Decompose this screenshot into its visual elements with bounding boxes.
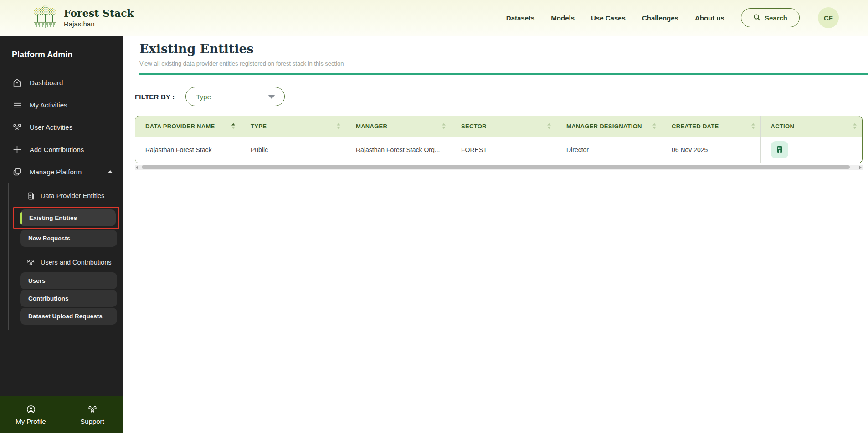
search-icon (753, 14, 760, 22)
brand-title: Forest Stack (64, 8, 134, 19)
cell-sector: FOREST (451, 137, 556, 163)
cell-created-date: 06 Nov 2025 (662, 137, 760, 163)
page-title: Existing Entities (139, 42, 868, 56)
sort-icon[interactable] (231, 123, 235, 129)
nav-item-models[interactable]: Models (551, 14, 575, 22)
sidebar-item-add-contributions[interactable]: Add Contributions (0, 138, 123, 161)
group-header-users-and-contributions[interactable]: Users and Contributions (9, 253, 123, 271)
admin-sidebar: Platform Admin Dashboard My Activities (0, 36, 123, 433)
sidebar-item-label: Manage Platform (30, 168, 82, 176)
dropdown-selected-value: Type (196, 93, 211, 101)
top-nav: Datasets Models Use Cases Challenges Abo… (506, 7, 839, 28)
users-icon (12, 122, 22, 132)
sidebar-footer: My Profile Support (0, 396, 123, 433)
sort-icon[interactable] (442, 123, 446, 129)
column-header-type[interactable]: TYPE (241, 116, 346, 137)
sidebar-item-manage-platform[interactable]: Manage Platform (0, 161, 123, 183)
sidebar-item-my-activities[interactable]: My Activities (0, 94, 123, 116)
main-content: Existing Entities View all existing data… (123, 36, 868, 433)
search-button[interactable]: Search (741, 8, 800, 27)
nav-item-challenges[interactable]: Challenges (642, 14, 678, 22)
page-subtitle: View all existing data provider entities… (139, 60, 868, 67)
column-header-sector[interactable]: SECTOR (451, 116, 556, 137)
menu-icon (12, 100, 22, 110)
sidebar-item-users[interactable]: Users (20, 272, 117, 289)
sidebar-title: Platform Admin (0, 36, 123, 60)
sort-icon[interactable] (547, 123, 551, 129)
sidebar-item-new-requests[interactable]: New Requests (20, 230, 117, 247)
users-icon (26, 258, 35, 267)
column-header-action[interactable]: ACTION (760, 116, 862, 137)
my-profile-button[interactable]: My Profile (0, 404, 62, 425)
user-avatar[interactable]: CF (818, 7, 839, 28)
sidebar-item-label: My Activities (30, 101, 67, 109)
filter-by-label: FILTER BY : (135, 93, 175, 101)
column-header-created-date[interactable]: CREATED DATE (662, 116, 760, 137)
chevron-down-icon (268, 95, 275, 99)
sidebar-item-user-activities[interactable]: User Activities (0, 116, 123, 138)
nav-item-datasets[interactable]: Datasets (506, 14, 535, 22)
sidebar-item-dataset-upload-requests[interactable]: Dataset Upload Requests (20, 308, 117, 325)
sort-icon[interactable] (751, 123, 755, 129)
profile-icon (26, 404, 36, 416)
document-icon (26, 192, 35, 200)
sidebar-item-existing-entities[interactable]: Existing Entities (20, 209, 116, 226)
sidebar-item-dashboard[interactable]: Dashboard (0, 71, 123, 94)
search-button-label: Search (765, 14, 787, 22)
my-profile-label: My Profile (15, 418, 46, 425)
manage-platform-group: Data Provider Entities Existing Entities… (8, 183, 123, 330)
support-icon (87, 404, 98, 416)
building-icon (776, 145, 784, 155)
table-row: Rajasthan Forest Stack Public Rajasthan … (135, 137, 862, 163)
top-header: Forest Stack Rajasthan Datasets Models U… (0, 0, 868, 36)
sort-icon[interactable] (853, 123, 857, 129)
view-entity-button[interactable] (771, 141, 788, 158)
brand[interactable]: Forest Stack Rajasthan (33, 5, 134, 31)
horizontal-scrollbar[interactable] (135, 165, 863, 170)
cell-type: Public (241, 137, 346, 163)
sidebar-item-contributions[interactable]: Contributions (20, 290, 117, 307)
scroll-right-arrow-icon[interactable] (859, 166, 862, 169)
support-label: Support (80, 418, 104, 425)
sort-icon[interactable] (337, 123, 340, 129)
cell-manager-designation: Director (556, 137, 662, 163)
cell-data-provider-name: Rajasthan Forest Stack (135, 137, 241, 163)
support-button[interactable]: Support (62, 404, 123, 425)
nav-item-use-cases[interactable]: Use Cases (591, 14, 626, 22)
sidebar-item-label: Add Contributions (30, 146, 84, 153)
filter-bar: FILTER BY : Type (135, 87, 868, 106)
forest-stack-logo-icon (33, 5, 57, 31)
sidebar-item-label: User Activities (30, 123, 72, 131)
nav-item-about-us[interactable]: About us (695, 14, 724, 22)
group-header-label: Users and Contributions (41, 259, 112, 266)
type-filter-dropdown[interactable]: Type (185, 87, 285, 106)
sort-icon[interactable] (652, 123, 656, 129)
scrollbar-thumb[interactable] (142, 165, 850, 169)
group-header-data-provider-entities[interactable]: Data Provider Entities (9, 187, 123, 205)
column-header-manager-designation[interactable]: MANAGER DESIGNATION (556, 116, 662, 137)
plus-icon (12, 145, 22, 154)
column-header-data-provider-name[interactable]: DATA PROVIDER NAME (135, 116, 241, 137)
scroll-left-arrow-icon[interactable] (136, 166, 138, 169)
sidebar-item-label: Dashboard (30, 79, 63, 87)
collapse-caret-icon[interactable] (108, 170, 113, 173)
cell-action (760, 137, 862, 163)
brand-subtitle: Rajasthan (64, 20, 134, 28)
column-header-manager[interactable]: MANAGER (346, 116, 451, 137)
section-divider (139, 73, 868, 75)
group-header-label: Data Provider Entities (41, 192, 104, 199)
entities-table: DATA PROVIDER NAME TYPE MANAGER SECTOR (135, 116, 863, 163)
stack-icon (12, 167, 22, 177)
table-header-row: DATA PROVIDER NAME TYPE MANAGER SECTOR (135, 116, 862, 137)
active-item-highlight-box: Existing Entities (13, 207, 119, 229)
cell-manager: Rajasthan Forest Stack Org... (346, 137, 451, 163)
home-icon (12, 78, 22, 87)
